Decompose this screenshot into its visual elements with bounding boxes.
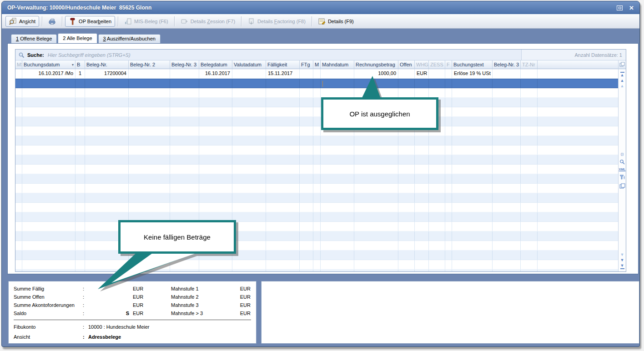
- table-cell: [199, 155, 232, 164]
- table-row[interactable]: [15, 184, 618, 193]
- printer-icon: [48, 18, 56, 25]
- table-cell: [170, 69, 199, 78]
- detail-info-panel: [261, 281, 639, 344]
- scroll-down-page-icon[interactable]: ▼: [620, 253, 624, 257]
- search-input[interactable]: [47, 52, 521, 58]
- table-cell: [129, 203, 170, 212]
- table-cell: [452, 117, 493, 126]
- table-row[interactable]: [15, 165, 618, 174]
- column-header-beleg-nr-[interactable]: Beleg-Nr.: [85, 60, 129, 69]
- table-row[interactable]: [15, 126, 618, 136]
- table-cell: [429, 155, 445, 164]
- scroll-down-icon[interactable]: ▼: [620, 258, 624, 262]
- table-cell: [445, 260, 452, 269]
- scroll-up-page-icon[interactable]: ▲: [620, 84, 624, 88]
- ansicht-button[interactable]: Ansicht: [5, 16, 39, 27]
- table-cell: [75, 184, 85, 193]
- table-row-selected[interactable]: [15, 79, 618, 88]
- table-cell: [521, 212, 538, 221]
- table-cell: [129, 193, 170, 202]
- details-factoring-button[interactable]: Details Factoring (F8): [244, 16, 309, 27]
- zoom-search-icon[interactable]: [619, 159, 625, 165]
- table-row[interactable]: [15, 136, 618, 145]
- callout-text: Keine fälligen Beträge: [118, 220, 236, 254]
- table-cell: [85, 107, 129, 116]
- table-cell: [493, 88, 521, 97]
- column-header-buchungsdatum[interactable]: Buchungsdatum▾: [22, 60, 75, 69]
- mis-beleg-button[interactable]: MIS-Beleg (F6): [121, 16, 171, 27]
- column-header-whg[interactable]: WHG: [415, 60, 429, 69]
- table-cell: [493, 155, 521, 164]
- table-row[interactable]: [15, 203, 618, 212]
- table-cell: [15, 184, 22, 193]
- xml-export-icon[interactable]: XML: [619, 168, 626, 171]
- table-cell: [321, 251, 354, 260]
- column-header-beleg-nr-3[interactable]: Beleg-Nr. 3: [170, 60, 199, 69]
- column-header-b[interactable]: B: [75, 60, 85, 69]
- column-header-buchungstext[interactable]: Buchungstext: [452, 60, 493, 69]
- table-cell: [266, 270, 300, 271]
- print-button[interactable]: [45, 16, 59, 27]
- table-cell: [300, 174, 313, 183]
- column-header-beleg-nr-3[interactable]: Beleg-Nr. 3: [493, 60, 521, 69]
- table-row[interactable]: [15, 155, 618, 165]
- table-cell: [313, 155, 321, 164]
- column-header-valutadatum[interactable]: Valutadatum: [232, 60, 266, 69]
- current-record-icon[interactable]: (|): [621, 152, 624, 156]
- column-header-zess[interactable]: ZESS: [429, 60, 445, 69]
- table-cell: [415, 260, 429, 269]
- column-header-m[interactable]: M: [313, 60, 321, 69]
- table-cell: [493, 203, 521, 212]
- table-cell: [321, 145, 354, 155]
- column-header-f[interactable]: F: [445, 60, 452, 69]
- column-header-fälligkeit[interactable]: Fälligkeit: [266, 60, 300, 69]
- scroll-last-icon[interactable]: ▼: [620, 264, 624, 270]
- column-header-tz-nr[interactable]: TZ-Nr: [521, 60, 538, 69]
- table-row[interactable]: [15, 117, 618, 126]
- copy-pages-icon[interactable]: [619, 183, 625, 189]
- tab-ausziffern-ausbuchen[interactable]: 3 Ausziffern/Ausbuchen: [98, 34, 161, 43]
- column-header-beleg-nr-2[interactable]: Beleg-Nr. 2: [129, 60, 170, 69]
- table-cell: [429, 203, 445, 212]
- table-row[interactable]: [15, 98, 618, 107]
- titlebar[interactable]: OP-Verwaltung: 10000/Hundeschule Meier 8…: [2, 1, 639, 14]
- copy-grid-icon[interactable]: [619, 62, 625, 67]
- table-cell: [300, 69, 313, 78]
- table-cell: [22, 98, 75, 107]
- table-cell: [398, 231, 415, 241]
- table-row[interactable]: [15, 145, 618, 155]
- table-cell: [75, 107, 85, 116]
- table-row[interactable]: [15, 107, 618, 117]
- op-bearbeiten-button[interactable]: OP Bearbeiten: [65, 16, 115, 27]
- details-zession-button[interactable]: Details Zession (F7): [177, 16, 238, 27]
- tab-offene-belege[interactable]: 1 Offene Belege: [11, 34, 57, 43]
- column-header-offen[interactable]: Offen: [398, 60, 415, 69]
- table-cell: [354, 241, 398, 250]
- close-icon[interactable]: ✕: [629, 5, 634, 11]
- table-cell: [321, 155, 354, 164]
- table-cell: [170, 107, 199, 116]
- column-header-mahndatum[interactable]: Mahndatum: [321, 60, 354, 69]
- table-row[interactable]: [15, 174, 618, 184]
- details-button[interactable]: Details (F9): [315, 16, 357, 27]
- table-cell: [321, 260, 354, 269]
- table-cell-filler: [538, 251, 618, 260]
- column-header-ms[interactable]: MS: [15, 60, 22, 69]
- table-cell: [266, 260, 300, 269]
- search-icon: [18, 52, 25, 58]
- filter-icon[interactable]: [619, 175, 625, 180]
- table-cell: [22, 203, 75, 212]
- table-row[interactable]: [15, 193, 618, 203]
- column-header-belegdatum[interactable]: Belegdatum: [199, 60, 232, 69]
- scroll-first-icon[interactable]: ▲: [620, 71, 624, 77]
- table-cell: [313, 212, 321, 221]
- column-header-rechnungsbetrag[interactable]: Rechnungsbetrag: [354, 60, 398, 69]
- restore-window-icon[interactable]: [617, 5, 623, 10]
- table-row-data[interactable]: 16.10.2017 /Mo11720000416.10.201715.11.2…: [15, 69, 618, 79]
- column-header-ftg[interactable]: FTg: [300, 60, 313, 69]
- scroll-up-icon[interactable]: ▲: [620, 79, 624, 83]
- tab-alle-belege[interactable]: 2 Alle Belege: [58, 33, 97, 43]
- table-cell: [493, 126, 521, 135]
- table-row[interactable]: [15, 88, 618, 98]
- table-cell: [313, 222, 321, 231]
